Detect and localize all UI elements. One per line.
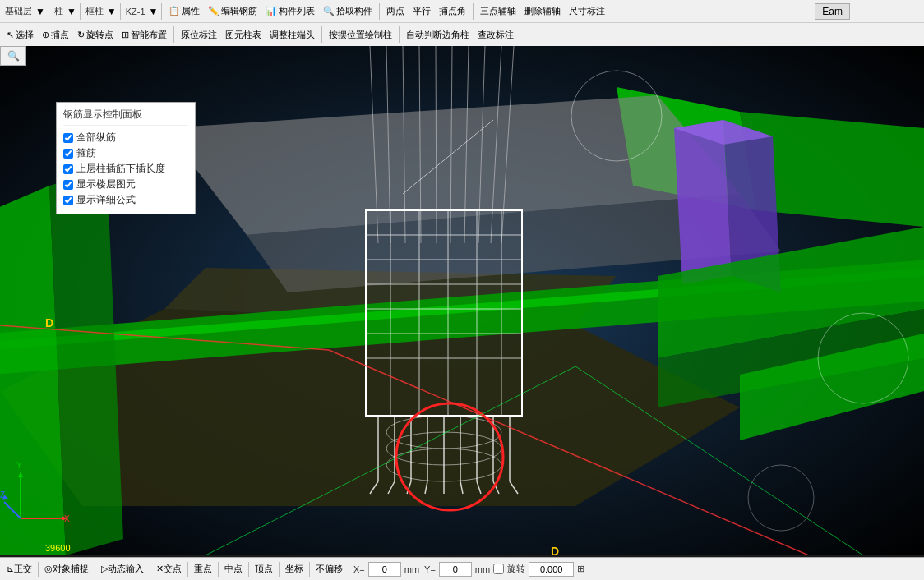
- cursor-icon: ↖: [7, 30, 14, 40]
- ortho-icon: ⊾: [7, 564, 14, 574]
- member-list-icon: 📊: [266, 6, 277, 16]
- sep6: [473, 3, 474, 20]
- toolbar-row-1: 基础层 ▼ 柱 ▼ 框柱 ▼ KZ-1 ▼ 📋 属性 ✏️ 编辑钢筋 📊 构件列: [0, 0, 924, 23]
- smart-layout-btn[interactable]: ⊞ 智能布置: [118, 27, 170, 43]
- auto-corner-btn[interactable]: 自动判断边角柱: [403, 27, 473, 43]
- point-angle-btn[interactable]: 捕点角: [436, 3, 469, 19]
- cp-checkbox-4[interactable]: [63, 196, 73, 205]
- layer-dropdown[interactable]: 基础层 ▼: [3, 5, 45, 17]
- select-btn[interactable]: ↖ 选择: [3, 27, 37, 43]
- pick-member-btn[interactable]: 🔍 拾取构件: [320, 3, 376, 19]
- x-label: X=: [352, 564, 367, 574]
- sep3: [120, 3, 121, 20]
- mm1-label: mm: [403, 564, 421, 574]
- vertex-btn[interactable]: 顶点: [252, 562, 276, 576]
- midpoint-btn[interactable]: 重点: [191, 562, 215, 576]
- pick-member-icon: 🔍: [323, 6, 335, 16]
- svg-text:D: D: [45, 316, 53, 329]
- three-axis-btn[interactable]: 三点辅轴: [477, 3, 520, 19]
- statusbar: ⊾ 正交 ◎ 对象捕捉 ▷ 动态输入 ✕ 交点 重点 中点 顶点 坐标 不偏移 …: [0, 557, 924, 580]
- rotate-label: 旋转: [506, 563, 527, 575]
- control-panel: 钢筋显示控制面板 全部纵筋 箍筋 上层柱插筋下插长度 显示楼层图元 显示详细公式: [56, 102, 196, 214]
- toolbar-area: 基础层 ▼ 柱 ▼ 框柱 ▼ KZ-1 ▼ 📋 属性 ✏️ 编辑钢筋 📊 构件列: [0, 0, 924, 47]
- search-icon: 🔍: [7, 50, 20, 62]
- sep1: [49, 3, 49, 20]
- rotate-checkbox[interactable]: [493, 564, 504, 574]
- property-icon: 📋: [169, 6, 180, 16]
- edit-rebar-btn[interactable]: ✏️ 编辑钢筋: [205, 3, 261, 19]
- sep2: [80, 3, 81, 20]
- point-icon: ⊕: [42, 30, 49, 40]
- cp-label-1: 箍筋: [76, 146, 96, 160]
- svg-text:Z: Z: [0, 490, 5, 499]
- sb-sep1: [38, 562, 39, 577]
- search-area[interactable]: 🔍: [0, 46, 26, 66]
- parallel-btn[interactable]: 平行: [409, 3, 434, 19]
- cp-checkbox-2[interactable]: [63, 164, 73, 174]
- x-input[interactable]: [368, 562, 401, 577]
- cp-item-4: 显示详细公式: [63, 193, 188, 207]
- dim-label-btn[interactable]: 尺寸标注: [566, 3, 608, 19]
- snap-icon: ◎: [44, 564, 53, 574]
- sep7: [173, 26, 174, 43]
- layout-icon: ⊞: [122, 30, 129, 40]
- ortho-btn[interactable]: ⊾ 正交: [3, 562, 35, 576]
- sep5: [379, 3, 380, 20]
- rotate-icon: ↻: [77, 30, 85, 40]
- frame-type-dropdown[interactable]: 框柱 ▼: [84, 5, 117, 17]
- intersect-btn[interactable]: ✕ 交点: [153, 562, 185, 576]
- delete-aux-btn[interactable]: 删除辅轴: [521, 3, 564, 19]
- element-chevron: ▼: [67, 6, 76, 17]
- y-label: Y=: [423, 564, 437, 574]
- kz-dropdown[interactable]: KZ-1 ▼: [124, 6, 159, 17]
- element-table-btn[interactable]: 图元柱表: [222, 27, 265, 43]
- cp-checkbox-0[interactable]: [63, 133, 73, 143]
- cp-item-3: 显示楼层图元: [63, 177, 188, 191]
- property-btn[interactable]: 📋 属性: [165, 3, 203, 19]
- toolbar-row-2: ↖ 选择 ⊕ 捕点 ↻ 旋转点 ⊞ 智能布置 原位标注 图元柱表 调整柱端头 按…: [0, 23, 924, 46]
- sb-sep3: [150, 562, 150, 577]
- svg-text:Y: Y: [16, 461, 22, 470]
- adjust-col-head-btn[interactable]: 调整柱端头: [266, 27, 318, 43]
- cp-checkbox-1[interactable]: [63, 149, 73, 159]
- element-type-dropdown[interactable]: 柱 ▼: [53, 5, 76, 17]
- cp-label-4: 显示详细公式: [76, 193, 136, 207]
- by-pos-draw-btn[interactable]: 按摆位置绘制柱: [326, 27, 395, 43]
- sb-sep6: [248, 562, 249, 577]
- rotate-point-btn[interactable]: ↻ 旋转点: [74, 27, 117, 43]
- sep9: [399, 26, 400, 43]
- intersect-icon: ✕: [156, 564, 164, 574]
- viewport[interactable]: D D 39600 X Y Z 钢筋显示控制面板 全部纵筋 箍筋 上层柱插筋下插: [0, 46, 924, 555]
- dynamic-input-btn[interactable]: ▷ 动态输入: [98, 562, 147, 576]
- svg-text:D: D: [551, 545, 559, 555]
- cp-checkbox-3[interactable]: [63, 180, 73, 190]
- kz-chevron: ▼: [149, 6, 159, 17]
- eam-button[interactable]: Eam: [815, 3, 850, 20]
- check-label-btn[interactable]: 查改标注: [474, 27, 517, 43]
- snap-btn[interactable]: ◎ 对象捕捉: [41, 562, 92, 576]
- mm2-label: mm: [474, 564, 492, 574]
- angle-input[interactable]: [529, 562, 574, 577]
- origin-label-btn[interactable]: 原位标注: [178, 27, 220, 43]
- two-point-btn[interactable]: 两点: [383, 3, 408, 19]
- svg-point-62: [748, 465, 814, 531]
- kz-label: KZ-1: [124, 7, 147, 16]
- coord-btn[interactable]: 坐标: [282, 562, 307, 576]
- cp-item-0: 全部纵筋: [63, 131, 188, 145]
- element-type-label: 柱: [53, 5, 65, 17]
- cp-item-2: 上层柱插筋下插长度: [63, 162, 188, 176]
- dynamic-icon: ▷: [101, 564, 108, 574]
- point-capture-btn[interactable]: ⊕ 捕点: [39, 27, 72, 43]
- sb-sep7: [279, 562, 280, 577]
- no-offset-btn[interactable]: 不偏移: [312, 562, 346, 576]
- y-input[interactable]: [439, 562, 472, 577]
- cp-label-3: 显示楼层图元: [76, 177, 136, 191]
- layer-chevron: ▼: [35, 6, 45, 17]
- control-panel-title: 钢筋显示控制面板: [63, 108, 188, 126]
- svg-text:X: X: [64, 514, 70, 523]
- layer-label: 基础层: [3, 5, 34, 17]
- center-btn[interactable]: 中点: [221, 562, 246, 576]
- sb-sep8: [309, 562, 310, 577]
- member-list-btn[interactable]: 📊 构件列表: [262, 3, 318, 19]
- cp-item-1: 箍筋: [63, 146, 188, 160]
